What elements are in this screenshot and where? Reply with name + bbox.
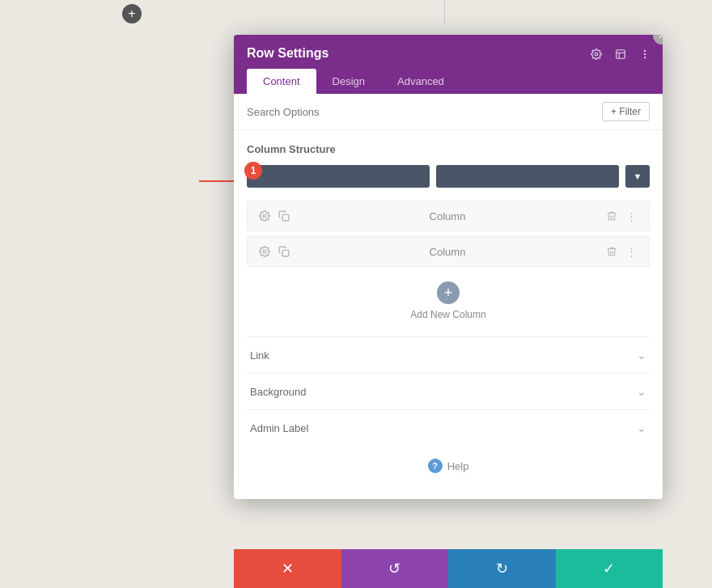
- more-icon[interactable]: [637, 46, 653, 62]
- svg-point-4: [644, 50, 646, 52]
- column-structure-selector: ▼: [247, 165, 650, 188]
- background-label: Background: [250, 386, 306, 398]
- redo-button[interactable]: ↻: [448, 549, 556, 588]
- link-chevron-icon: ⌄: [637, 349, 646, 362]
- cancel-button[interactable]: ✕: [234, 549, 341, 588]
- canvas-divider: [444, 0, 445, 24]
- add-row-button[interactable]: +: [122, 4, 142, 23]
- modal-content: Column Structure ▼: [234, 130, 663, 499]
- filter-button[interactable]: + Filter: [602, 102, 650, 121]
- background-chevron-icon: ⌄: [637, 385, 646, 398]
- column-row-2-icons: [257, 244, 291, 259]
- column-layout-btn-2[interactable]: [436, 165, 619, 188]
- admin-label-accordion-header[interactable]: Admin Label ⌄: [247, 421, 650, 434]
- link-label: Link: [250, 349, 269, 362]
- help-section: ? Help: [247, 446, 650, 486]
- svg-point-0: [595, 53, 598, 56]
- tab-content[interactable]: Content: [247, 69, 316, 94]
- column-row-1: Column ⋮: [247, 201, 650, 231]
- search-bar: + Filter: [234, 94, 663, 130]
- column-delete-icon-2[interactable]: [604, 243, 620, 260]
- add-column-label: Add New Column: [410, 309, 485, 320]
- column-layout-dropdown[interactable]: ▼: [625, 165, 650, 188]
- background-section: Background ⌄: [247, 373, 650, 409]
- column-row-2-actions: ⋮: [604, 243, 639, 260]
- column-duplicate-icon-1[interactable]: [277, 209, 291, 223]
- column-duplicate-icon-2[interactable]: [277, 244, 291, 259]
- undo-button[interactable]: ↺: [341, 549, 449, 588]
- svg-rect-1: [617, 50, 625, 59]
- add-column-button[interactable]: +: [437, 281, 460, 304]
- svg-point-7: [263, 214, 266, 218]
- save-button[interactable]: ✓: [556, 549, 663, 588]
- column-settings-icon-1[interactable]: [257, 209, 272, 223]
- row-settings-modal: ✕ Row Settings: [234, 35, 663, 499]
- modal-footer: ✕ ↺ ↻ ✓: [234, 549, 663, 588]
- svg-point-6: [644, 57, 646, 58]
- help-label[interactable]: Help: [447, 460, 469, 472]
- modal-header: Row Settings: [234, 35, 663, 94]
- column-row-1-icons: [257, 209, 291, 223]
- modal-header-icons: [588, 46, 653, 62]
- tab-bar: Content Design Advanced: [247, 69, 650, 94]
- column-layout-btn-1[interactable]: [247, 165, 430, 188]
- admin-label-chevron-icon: ⌄: [637, 421, 646, 434]
- column-row-1-actions: ⋮: [604, 208, 639, 224]
- step-badge: 1: [244, 162, 262, 180]
- link-accordion-header[interactable]: Link ⌄: [247, 349, 650, 362]
- tab-advanced[interactable]: Advanced: [381, 69, 460, 94]
- settings-icon[interactable]: [588, 46, 604, 62]
- svg-rect-8: [282, 214, 289, 221]
- column-label-1: Column: [291, 210, 604, 222]
- admin-label-section: Admin Label ⌄: [247, 409, 650, 446]
- column-structure-title: Column Structure: [247, 143, 650, 155]
- search-input[interactable]: [247, 106, 595, 118]
- svg-rect-10: [282, 250, 289, 256]
- link-section: Link ⌄: [247, 336, 650, 373]
- background-accordion-header[interactable]: Background ⌄: [247, 385, 650, 398]
- tab-design[interactable]: Design: [316, 69, 381, 94]
- help-icon[interactable]: ?: [428, 459, 443, 473]
- layout-icon[interactable]: [612, 46, 629, 62]
- column-label-2: Column: [291, 246, 604, 258]
- canvas-area: + 1 ✕ Row Settings: [0, 0, 712, 588]
- column-delete-icon-1[interactable]: [604, 208, 620, 224]
- admin-label-label: Admin Label: [250, 422, 308, 434]
- column-settings-icon-2[interactable]: [257, 244, 272, 259]
- add-column-area: + Add New Column: [247, 272, 650, 330]
- column-more-icon-2[interactable]: ⋮: [623, 243, 639, 260]
- column-more-icon-1[interactable]: ⋮: [623, 208, 639, 224]
- svg-point-9: [263, 250, 266, 253]
- column-row-2: Column ⋮: [247, 236, 650, 267]
- svg-point-5: [644, 53, 646, 55]
